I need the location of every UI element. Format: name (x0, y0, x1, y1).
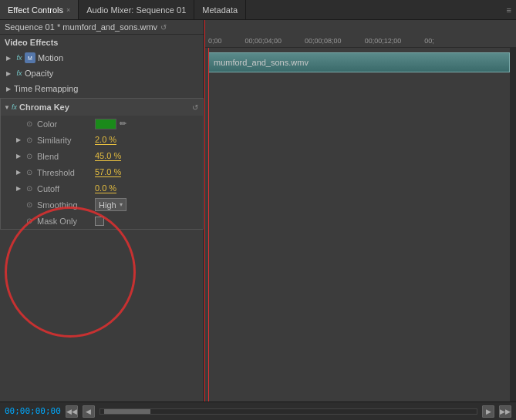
motion-effect-icon: M (25, 52, 35, 63)
time-remapping-effect-name: Time Remapping (14, 84, 199, 93)
timeline-content: mumford_and_sons.wmv (205, 48, 516, 402)
similarity-prop-value[interactable]: 2.0 % (95, 135, 116, 145)
go-to-end-button[interactable]: ▶▶ (499, 405, 511, 418)
step-forward-button[interactable]: ▶ (482, 405, 494, 418)
time-marker-4: 00; (424, 37, 434, 47)
right-panel: 0;00 00;00;04;00 00;00;08;00 00;00;12;00… (205, 20, 516, 402)
opacity-effect-name: Opacity (25, 69, 199, 78)
tab-metadata[interactable]: Metadata (194, 0, 246, 19)
similarity-stopwatch-icon[interactable]: ⊙ (24, 135, 35, 146)
motion-effect-name: Motion (38, 53, 199, 62)
go-to-start-button[interactable]: ◀◀ (66, 405, 78, 418)
tab-metadata-label: Metadata (202, 5, 238, 15)
smoothing-stopwatch-icon[interactable]: ⊙ (24, 200, 35, 210)
sequence-header: Sequence 01 * mumford_and_sons.wmv ↺ (0, 20, 204, 35)
cutoff-expand-arrow[interactable]: ▶ (16, 185, 24, 192)
mask-only-checkbox[interactable] (95, 217, 104, 226)
playhead-line[interactable] (208, 48, 209, 402)
time-marker-0: 0;00 (208, 37, 222, 47)
sequence-reset-button[interactable]: ↺ (160, 23, 167, 32)
timecode-display[interactable]: 00;00;00;00 (5, 406, 61, 416)
blend-prop-row[interactable]: ▶ ⊙ Blend 45.0 % (1, 148, 203, 164)
threshold-prop-row[interactable]: ▶ ⊙ Threshold 57.0 % (1, 164, 203, 180)
chroma-key-fx-label: fx (12, 103, 17, 111)
blend-prop-name: Blend (37, 152, 95, 161)
video-clip[interactable]: mumford_and_sons.wmv (208, 52, 510, 72)
similarity-prop-row[interactable]: ▶ ⊙ Similarity 2.0 % (1, 132, 203, 148)
time-marker-1: 00;00;04;00 (245, 37, 282, 47)
chroma-key-name: Chroma Key (19, 102, 192, 112)
chroma-key-header[interactable]: ▼ fx Chroma Key ↺ (1, 99, 203, 116)
mask-only-prop-name: Mask Only (37, 217, 95, 226)
color-swatch[interactable] (95, 119, 116, 129)
threshold-expand-arrow[interactable]: ▶ (16, 169, 24, 176)
color-prop-row[interactable]: ⊙ Color ✏ (1, 116, 203, 132)
opacity-expand-arrow[interactable]: ▶ (6, 70, 14, 77)
blend-expand-arrow[interactable]: ▶ (16, 153, 24, 160)
chroma-key-reset-button[interactable]: ↺ (192, 103, 198, 112)
cutoff-stopwatch-icon[interactable]: ⊙ (24, 183, 35, 194)
tab-effect-controls[interactable]: Effect Controls × (0, 0, 79, 19)
step-back-button[interactable]: ◀ (83, 405, 95, 418)
similarity-prop-name: Similarity (37, 136, 95, 145)
video-effects-label: Video Effects (0, 35, 204, 50)
motion-expand-arrow[interactable]: ▶ (6, 55, 14, 62)
tab-bar: Effect Controls × Audio Mixer: Sequence … (0, 0, 516, 20)
mask-only-prop-row[interactable]: ⊙ Mask Only (1, 213, 203, 229)
similarity-expand-arrow[interactable]: ▶ (16, 136, 24, 143)
smoothing-dropdown-button[interactable]: High ▾ (95, 198, 126, 211)
smoothing-dropdown-arrow: ▾ (120, 201, 123, 208)
threshold-stopwatch-icon[interactable]: ⊙ (24, 167, 35, 178)
tab-menu-button[interactable]: ≡ (502, 5, 516, 15)
timeline-scrollbar-vertical[interactable] (510, 48, 516, 402)
opacity-fx-icon: fx (14, 69, 25, 77)
mask-only-stopwatch-icon[interactable]: ⊙ (24, 216, 35, 227)
smoothing-value-label: High (99, 200, 116, 210)
bottom-scrollbar-thumb (104, 409, 150, 414)
color-stopwatch-icon[interactable]: ⊙ (24, 119, 35, 129)
eyedropper-icon[interactable]: ✏ (120, 119, 126, 129)
blend-stopwatch-icon[interactable]: ⊙ (24, 151, 35, 162)
cutoff-prop-row[interactable]: ▶ ⊙ Cutoff 0.0 % (1, 180, 203, 197)
time-marker-3: 00;00;12;00 (365, 37, 402, 47)
time-marker-2: 00;00;08;00 (305, 37, 342, 47)
tab-effect-controls-close[interactable]: × (66, 6, 70, 14)
main-layout: Sequence 01 * mumford_and_sons.wmv ↺ Vid… (0, 20, 516, 402)
blend-prop-value[interactable]: 45.0 % (95, 151, 121, 161)
left-panel: Sequence 01 * mumford_and_sons.wmv ↺ Vid… (0, 20, 204, 402)
color-prop-name: Color (37, 119, 95, 129)
opacity-effect-row[interactable]: ▶ fx Opacity (0, 66, 204, 81)
cutoff-prop-name: Cutoff (37, 184, 95, 193)
smoothing-prop-row[interactable]: ⊙ Smoothing High ▾ (1, 197, 203, 213)
tab-audio-mixer-label: Audio Mixer: Sequence 01 (86, 5, 186, 15)
cutoff-prop-value[interactable]: 0.0 % (95, 183, 116, 193)
timeline-header: 0;00 00;00;04;00 00;00;08;00 00;00;12;00… (205, 20, 516, 48)
smoothing-prop-name: Smoothing (37, 200, 95, 210)
time-remapping-effect-row[interactable]: ▶ Time Remapping (0, 81, 204, 96)
chroma-key-expand-arrow[interactable]: ▼ (4, 104, 12, 111)
threshold-prop-name: Threshold (37, 168, 95, 177)
smoothing-dropdown[interactable]: High ▾ (95, 198, 126, 211)
time-remapping-expand-arrow[interactable]: ▶ (6, 86, 14, 92)
chroma-key-section: ▼ fx Chroma Key ↺ ⊙ Color ✏ ▶ ⊙ Similari… (0, 98, 204, 230)
threshold-prop-value[interactable]: 57.0 % (95, 167, 121, 177)
motion-effect-row[interactable]: ▶ fx M Motion (0, 50, 204, 66)
video-clip-name: mumford_and_sons.wmv (214, 58, 309, 67)
sequence-title: Sequence 01 * mumford_and_sons.wmv (5, 22, 157, 32)
bottom-bar: 00;00;00;00 ◀◀ ◀ ▶ ▶▶ (0, 402, 516, 420)
tab-effect-controls-label: Effect Controls (8, 5, 63, 15)
bottom-scrollbar[interactable] (99, 408, 477, 415)
motion-fx-icon: fx (14, 54, 25, 62)
tab-audio-mixer[interactable]: Audio Mixer: Sequence 01 (79, 0, 194, 19)
